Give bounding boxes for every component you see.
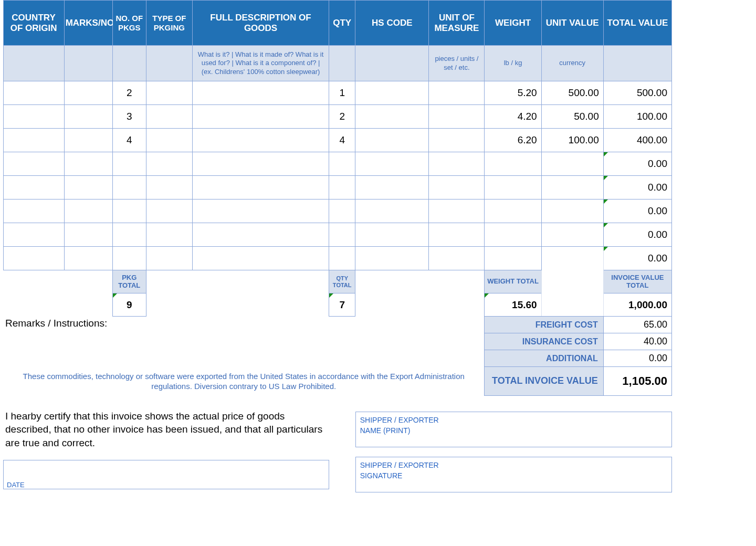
pkg-total-label: PKG TOTAL (112, 270, 146, 293)
date-label: DATE (7, 481, 25, 489)
date-sig-row: DATE SHIPPER / EXPORTER SIGNATURE (0, 457, 672, 492)
cell-totalval[interactable]: 100.00 (604, 111, 671, 122)
hdr-desc: FULL DESCRIPTION OF GOODS (192, 1, 329, 46)
cell-qty[interactable]: 4 (329, 134, 355, 146)
weight-total-label: WEIGHT TOTAL (485, 270, 541, 293)
cell-totalval[interactable]: 0.00 (604, 205, 671, 217)
pkg-total: 9 (113, 299, 146, 311)
cell-pkgs[interactable]: 4 (113, 134, 146, 146)
invval-total-label: INVOICE VALUE TOTAL (603, 270, 671, 293)
costs-row-freight: Remarks / Instructions: FREIGHT COST 65.… (0, 317, 672, 333)
add-label: ADDITIONAL (485, 350, 603, 367)
cell-weight[interactable]: 4.20 (485, 111, 541, 122)
cell-unitval[interactable]: 50.00 (542, 111, 603, 122)
hdr-nopkgs: NO. OF PKGS (112, 1, 146, 46)
cell-totalval[interactable]: 500.00 (604, 87, 671, 99)
ins-label: INSURANCE COST (485, 333, 603, 350)
table-row: 0.00 (0, 176, 672, 200)
date-box[interactable]: DATE (3, 460, 329, 489)
hdr-weight: WEIGHT (485, 1, 541, 46)
hdr-totalval: TOTAL VALUE (603, 1, 671, 46)
cell-unitval[interactable]: 500.00 (542, 87, 603, 99)
certify-row: I hearby certify that this invoice shows… (0, 407, 672, 452)
qty-total: 7 (329, 299, 355, 311)
hdr-marks: MARKS/NO's (64, 1, 112, 46)
disclaimer-text: These commodities, technology or softwar… (3, 367, 485, 396)
hdr-pkging: TYPE OF PKGING (146, 1, 192, 46)
table-row: 0.00 (0, 223, 672, 247)
commercial-invoice-table: COUNTRY OF ORIGIN MARKS/NO's NO. OF PKGS… (0, 0, 672, 492)
shipper-sig-line1: SHIPPER / EXPORTER (360, 460, 667, 471)
hdr-qty: QTY (329, 1, 355, 46)
cell-weight[interactable]: 6.20 (485, 134, 541, 146)
cell-totalval[interactable]: 0.00 (604, 182, 671, 193)
shipper-name-box[interactable]: SHIPPER / EXPORTER NAME (PRINT) (355, 412, 672, 447)
cell-pkgs[interactable]: 3 (113, 111, 146, 122)
header-row: COUNTRY OF ORIGIN MARKS/NO's NO. OF PKGS… (0, 1, 672, 46)
shipper-sig-line2: SIGNATURE (360, 471, 667, 481)
hint-unitval: currency (541, 46, 603, 81)
table-row: 2 1 5.20 500.00 500.00 (0, 81, 672, 105)
shipper-sig-box[interactable]: SHIPPER / EXPORTER SIGNATURE (355, 457, 672, 492)
cell-pkgs[interactable]: 2 (113, 87, 146, 99)
table-row: 3 2 4.20 50.00 100.00 (0, 105, 672, 129)
grand-label: TOTAL INVOICE VALUE (485, 367, 603, 396)
remarks-label: Remarks / Instructions: (3, 317, 485, 367)
hdr-hs: HS CODE (355, 1, 429, 46)
cell-totalval[interactable]: 0.00 (604, 158, 671, 170)
table-row: 0.00 (0, 200, 672, 223)
hint-row: What is it? | What is it made of? What i… (0, 46, 672, 81)
hdr-unitval: UNIT VALUE (541, 1, 603, 46)
qty-total-label: QTY TOTAL (329, 270, 355, 293)
cell-totalval[interactable]: 0.00 (604, 253, 671, 264)
hint-uom: pieces / units / set / etc. (429, 46, 485, 81)
table-row: 0.00 (0, 152, 672, 176)
invval-total: 1,000.00 (604, 299, 671, 311)
shipper-name-line2: NAME (PRINT) (360, 426, 667, 436)
weight-total: 15.60 (485, 299, 541, 311)
freight-value[interactable]: 65.00 (603, 317, 671, 333)
cell-qty[interactable]: 2 (329, 111, 355, 122)
hdr-country: COUNTRY OF ORIGIN (3, 1, 64, 46)
hdr-uom: UNIT OF MEASURE (429, 1, 485, 46)
cell-totalval[interactable]: 400.00 (604, 134, 671, 146)
cell-totalval[interactable]: 0.00 (604, 229, 671, 240)
hint-weight: lb / kg (485, 46, 541, 81)
freight-label: FREIGHT COST (485, 317, 603, 333)
cell-unitval[interactable]: 100.00 (542, 134, 603, 146)
grand-value: 1,105.00 (603, 367, 671, 396)
hint-desc: What is it? | What is it made of? What i… (192, 46, 329, 81)
table-row: 0.00 (0, 247, 672, 270)
certify-text: I hearby certify that this invoice shows… (5, 411, 322, 448)
add-value[interactable]: 0.00 (603, 350, 671, 367)
ins-value[interactable]: 40.00 (603, 333, 671, 350)
cell-qty[interactable]: 1 (329, 87, 355, 99)
cell-weight[interactable]: 5.20 (485, 87, 541, 99)
costs-row-grand: These commodities, technology or softwar… (0, 367, 672, 396)
shipper-name-line1: SHIPPER / EXPORTER (360, 415, 667, 426)
table-row: 4 4 6.20 100.00 400.00 (0, 129, 672, 152)
